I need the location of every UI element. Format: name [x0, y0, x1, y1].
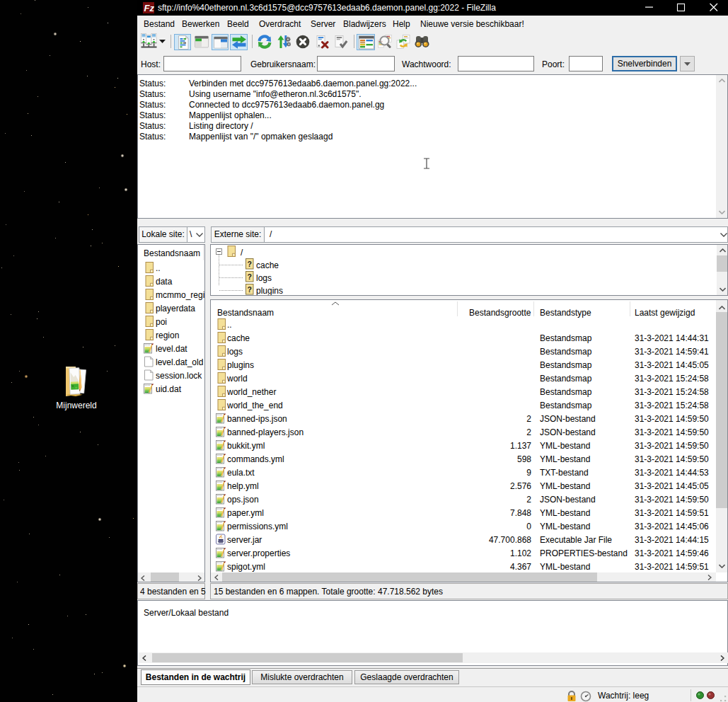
svg-text:Fz: Fz [144, 3, 155, 13]
